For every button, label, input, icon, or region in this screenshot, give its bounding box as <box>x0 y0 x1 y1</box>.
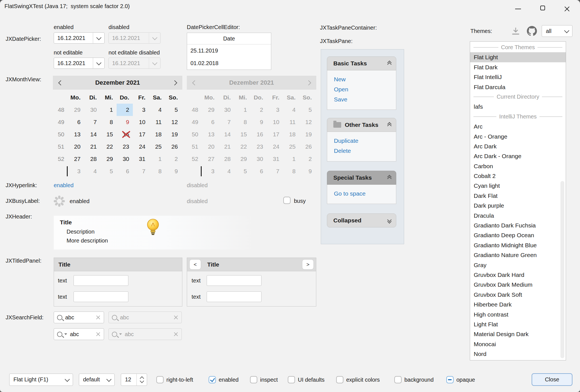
theme-list-item[interactable]: Flat Light <box>470 52 566 62</box>
theme-list-item[interactable]: Gradianto Deep Ocean <box>470 230 566 240</box>
taskpane-header-special-tasks[interactable]: Special Tasks <box>327 171 396 185</box>
theme-list-item[interactable]: Arc - Orange <box>470 132 566 141</box>
taskpane-link-open[interactable]: Open <box>327 84 396 94</box>
text-field[interactable] <box>74 275 128 286</box>
datepicker-dropdown-button[interactable] <box>93 33 104 43</box>
taskpane-link-go-to-space[interactable]: Go to space <box>327 189 396 199</box>
themes-filter-combobox[interactable]: all <box>542 25 572 37</box>
day-cell[interactable]: 29 <box>68 104 84 116</box>
right-to-left-checkbox[interactable] <box>156 376 164 383</box>
theme-list-item[interactable]: Flat IntelliJ <box>470 72 566 82</box>
clear-icon[interactable] <box>96 315 101 320</box>
theme-list-item[interactable]: Gruvbox Dark Hard <box>470 270 566 280</box>
look-and-feel-combobox[interactable]: Flat Light (F1) <box>9 374 73 386</box>
theme-list-item[interactable]: Arc <box>470 122 566 131</box>
next-month-button[interactable] <box>167 81 182 85</box>
day-cell[interactable]: 9 <box>165 165 181 177</box>
theme-list-item[interactable]: Dracula <box>470 211 566 220</box>
theme-list-item[interactable]: Cobalt 2 <box>470 171 566 181</box>
theme-list-item[interactable]: Dark purple <box>470 201 566 210</box>
day-cell[interactable]: 3 <box>133 104 149 116</box>
search-input[interactable]: abc <box>70 331 93 338</box>
font-size-spinner[interactable]: 12 <box>121 374 147 386</box>
day-cell[interactable]: 20 <box>68 141 84 153</box>
search-menu-arrow-icon[interactable] <box>64 333 67 335</box>
theme-list-item[interactable]: Gradianto Midnight Blue <box>470 240 566 250</box>
day-cell[interactable]: 6 <box>68 116 84 128</box>
theme-list-item[interactable]: Carbon <box>470 161 566 171</box>
theme-list-item[interactable]: lafs <box>470 102 566 111</box>
theme-list-item[interactable]: Hiberbee Dark <box>470 300 566 309</box>
theme-list-item[interactable]: Gradianto Nature Green <box>470 250 566 260</box>
theme-list-item[interactable]: Light Flat <box>470 319 566 329</box>
day-cell[interactable]: 4 <box>149 104 165 116</box>
day-cell[interactable]: 6 <box>117 165 133 177</box>
theme-list-item[interactable]: Dark Flat <box>470 191 566 201</box>
day-cell[interactable]: 24 <box>133 141 149 153</box>
titled-panel-next-button[interactable]: > <box>302 259 314 270</box>
datepicker-value[interactable]: 16.12.2021 <box>54 33 93 43</box>
day-cell[interactable]: 2 <box>165 153 181 165</box>
taskpane-link-duplicate[interactable]: Duplicate <box>327 136 396 146</box>
explicit-colors-checkbox[interactable] <box>336 376 343 383</box>
titled-panel-prev-button[interactable]: < <box>189 259 201 270</box>
day-cell[interactable]: 16 <box>117 128 133 141</box>
day-cell[interactable]: 27 <box>68 153 84 165</box>
day-cell[interactable]: 7 <box>133 165 149 177</box>
chevron-double-up-icon[interactable] <box>387 61 392 66</box>
taskpane-header-basic-tasks[interactable]: Basic Tasks <box>327 56 396 70</box>
enabled-checkbox[interactable] <box>209 376 216 383</box>
minimize-icon[interactable] <box>515 9 521 9</box>
close-window-icon[interactable] <box>564 6 570 12</box>
day-cell[interactable]: 30 <box>117 153 133 165</box>
taskpane-header-other-tasks[interactable]: Other Tasks <box>327 118 396 132</box>
github-icon[interactable] <box>527 26 537 36</box>
day-cell[interactable]: 28 <box>84 153 100 165</box>
day-cell[interactable]: 2 <box>117 104 133 116</box>
chevron-double-down-icon[interactable] <box>387 218 392 223</box>
table-column-header[interactable]: Date <box>187 33 271 44</box>
day-cell[interactable]: 5 <box>165 104 181 116</box>
theme-list-item[interactable]: Flat Dark <box>470 62 566 72</box>
day-cell[interactable]: 9 <box>117 116 133 128</box>
background-checkbox[interactable] <box>394 376 402 383</box>
spinner-value[interactable]: 12 <box>121 374 136 386</box>
themes-list[interactable]: Core ThemesFlat LightFlat DarkFlat Intel… <box>470 41 566 360</box>
inspect-checkbox[interactable] <box>250 376 257 383</box>
combobox-value[interactable]: Flat Light (F1) <box>10 374 62 386</box>
day-cell[interactable]: 29 <box>100 153 117 165</box>
day-cell[interactable]: 30 <box>84 104 100 116</box>
theme-list-item[interactable]: Flat Darcula <box>470 82 566 92</box>
theme-list-item[interactable]: Gray <box>470 260 566 270</box>
day-cell[interactable]: 7 <box>84 116 100 128</box>
font-combobox[interactable]: default <box>79 374 115 386</box>
day-cell[interactable]: 25 <box>149 141 165 153</box>
day-cell[interactable]: 1 <box>100 104 117 116</box>
monthview-enabled[interactable]: Dezember 2021Mo.Di.Mi.Do.Fr.Sa.So.482930… <box>53 76 182 177</box>
text-field[interactable] <box>74 291 128 302</box>
datepicker-not-editable[interactable]: 16.12.2021 <box>54 58 105 69</box>
day-cell[interactable]: 10 <box>133 116 149 128</box>
theme-list-item[interactable]: High contrast <box>470 310 566 319</box>
hyperlink-enabled[interactable]: enabled <box>54 182 74 189</box>
day-cell[interactable]: 5 <box>100 165 117 177</box>
taskpane-link-save[interactable]: Save <box>327 94 396 104</box>
maximize-icon[interactable] <box>540 6 545 10</box>
day-cell[interactable]: 8 <box>100 116 117 128</box>
day-cell[interactable]: 15 <box>100 128 117 141</box>
taskpane-header-collapsed[interactable]: Collapsed <box>327 213 396 227</box>
day-cell[interactable]: 21 <box>84 141 100 153</box>
datepicker-value[interactable]: 16.12.2021 <box>54 58 93 68</box>
download-icon[interactable] <box>511 27 520 35</box>
text-field[interactable] <box>207 275 261 286</box>
theme-list-item[interactable]: Gruvbox Dark Soft <box>470 290 566 300</box>
theme-list-item[interactable]: Gradianto Dark Fuchsia <box>470 220 566 230</box>
themes-list-scrollbar[interactable] <box>560 181 564 358</box>
day-cell[interactable]: 14 <box>84 128 100 141</box>
theme-list-item[interactable]: Arc Dark - Orange <box>470 151 566 161</box>
theme-list-item[interactable]: Cyan light <box>470 181 566 191</box>
search-field-with-menu-enabled[interactable]: abc <box>54 328 104 340</box>
day-cell[interactable]: 12 <box>165 116 181 128</box>
ui-defaults-checkbox[interactable] <box>288 376 295 383</box>
day-cell[interactable]: 26 <box>165 141 181 153</box>
